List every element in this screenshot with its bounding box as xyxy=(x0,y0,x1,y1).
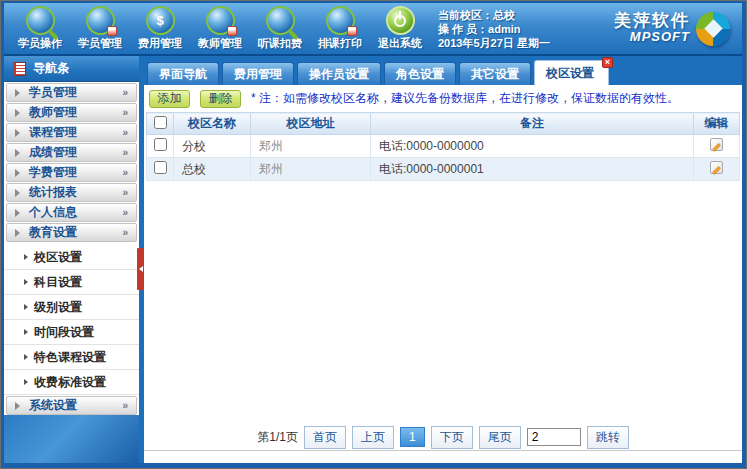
sidebar-item-label: 统计报表 xyxy=(29,184,122,201)
jump-button[interactable]: 跳转 xyxy=(587,426,629,449)
toolbar-item-exit[interactable]: 退出系统 xyxy=(370,6,430,51)
toolbar-label: 排课打印 xyxy=(310,36,370,51)
table-row: 总校 郑州 电话:0000-0000001 xyxy=(147,158,740,181)
calendar-badge-icon xyxy=(347,26,357,36)
table-header-row: 校区名称 校区地址 备注 编辑 xyxy=(147,113,740,135)
current-campus: 当前校区：总校 xyxy=(438,8,550,22)
page-info: 第1/1页 xyxy=(257,429,298,446)
tab-bar: 界面导航 费用管理 操作员设置 角色设置 其它设置 校区设置 × xyxy=(144,56,742,85)
prev-page-button[interactable]: 上页 xyxy=(352,426,394,449)
tab-operator-setting[interactable]: 操作员设置 xyxy=(297,62,381,85)
tab-content: 添加 删除 * 注：如需修改校区名称，建议先备份数据库，在进行修改，保证数据的有… xyxy=(144,85,742,463)
content-toolbar: 添加 删除 * 注：如需修改校区名称，建议先备份数据库，在进行修改，保证数据的有… xyxy=(144,85,742,112)
brand-orb-icon xyxy=(696,12,730,46)
arrow-right-icon xyxy=(24,329,28,335)
submenu-item-level[interactable]: 级别设置 xyxy=(4,295,139,320)
edit-icon[interactable] xyxy=(710,138,723,151)
sidebar-item-personal[interactable]: 个人信息 » xyxy=(6,203,137,222)
date: 2013年5月27日 星期一 xyxy=(438,36,550,50)
chevron-down-icon: » xyxy=(122,87,128,98)
toolbar-item-fee-manage[interactable]: $ 费用管理 xyxy=(130,6,190,51)
campus-table: 校区名称 校区地址 备注 编辑 分校 郑州 电话:0000-0000000 xyxy=(146,112,740,181)
current-page-button[interactable]: 1 xyxy=(400,427,425,447)
last-page-button[interactable]: 尾页 xyxy=(479,426,521,449)
submenu-label: 时间段设置 xyxy=(34,324,94,341)
sidebar-item-label: 课程管理 xyxy=(29,124,122,141)
submenu-item-fee-standard[interactable]: 收费标准设置 xyxy=(4,370,139,395)
brand-text: 美萍软件 MPSOFT xyxy=(614,13,690,45)
arrow-right-icon xyxy=(24,304,28,310)
schedule-print-icon xyxy=(326,6,355,35)
delete-button[interactable]: 删除 xyxy=(200,90,241,108)
tab-other-setting[interactable]: 其它设置 xyxy=(459,62,531,85)
first-page-button[interactable]: 首页 xyxy=(304,426,346,449)
sidebar-item-education-setting[interactable]: 教育设置 » xyxy=(6,223,137,242)
arrow-right-icon xyxy=(15,209,20,217)
chevron-down-icon: » xyxy=(122,187,128,198)
toolbar-item-schedule-print[interactable]: 排课打印 xyxy=(310,6,370,51)
col-header-name: 校区名称 xyxy=(174,113,251,135)
window-body: 导航条 学员管理 » 教师管理 » 课程管理 » 成绩管理 » xyxy=(4,56,742,463)
sidebar-item-label: 学费管理 xyxy=(29,164,122,181)
tab-campus-setting[interactable]: 校区设置 × xyxy=(534,60,609,85)
toolbar-item-listen-fee[interactable]: 听课扣费 xyxy=(250,6,310,51)
arrow-right-icon xyxy=(15,169,20,177)
cell-campus-name: 总校 xyxy=(174,158,251,181)
sidebar-collapse-handle[interactable] xyxy=(137,248,144,290)
sidebar-item-label: 成绩管理 xyxy=(29,144,122,161)
sidebar-item-label: 系统设置 xyxy=(29,397,122,414)
arrow-right-icon xyxy=(15,109,20,117)
chevron-down-icon: » xyxy=(122,227,128,238)
sidebar-item-course[interactable]: 课程管理 » xyxy=(6,123,137,142)
sidebar-filler xyxy=(4,415,139,463)
chevron-down-icon: » xyxy=(122,207,128,218)
submenu-label: 特色课程设置 xyxy=(34,349,106,366)
arrow-right-icon xyxy=(24,354,28,360)
sidebar-item-student[interactable]: 学员管理 » xyxy=(6,83,137,102)
app-window: 学员操作 学员管理 $ 费用管理 教师管理 听课扣费 排课打印 退出系统 当前校… xyxy=(0,0,747,469)
chevron-down-icon: » xyxy=(122,127,128,138)
toolbar-label: 费用管理 xyxy=(130,36,190,51)
sidebar-item-report[interactable]: 统计报表 » xyxy=(6,183,137,202)
power-icon xyxy=(386,6,415,35)
sidebar-item-score[interactable]: 成绩管理 » xyxy=(6,143,137,162)
submenu-label: 级别设置 xyxy=(34,299,82,316)
arrow-right-icon xyxy=(15,129,20,137)
tab-ui-nav[interactable]: 界面导航 xyxy=(147,62,219,85)
submenu-item-timeslot[interactable]: 时间段设置 xyxy=(4,320,139,345)
tab-role-setting[interactable]: 角色设置 xyxy=(384,62,456,85)
tab-fee-manage[interactable]: 费用管理 xyxy=(222,62,294,85)
submenu-label: 校区设置 xyxy=(34,249,82,266)
col-header-address: 校区地址 xyxy=(251,113,371,135)
toolbar-item-student-ops[interactable]: 学员操作 xyxy=(10,6,70,51)
cell-campus-remark: 电话:0000-0000000 xyxy=(371,135,694,158)
jump-page-input[interactable] xyxy=(527,428,581,446)
select-all-checkbox[interactable] xyxy=(154,116,167,129)
sidebar-item-teacher[interactable]: 教师管理 » xyxy=(6,103,137,122)
sidebar-item-tuition[interactable]: 学费管理 » xyxy=(6,163,137,182)
notice-text: * 注：如需修改校区名称，建议先备份数据库，在进行修改，保证数据的有效性。 xyxy=(251,90,679,107)
next-page-button[interactable]: 下页 xyxy=(431,426,473,449)
cell-campus-address: 郑州 xyxy=(251,158,371,181)
toolbar-item-student-manage[interactable]: 学员管理 xyxy=(70,6,130,51)
toolbar-label: 学员管理 xyxy=(70,36,130,51)
bottom-strip xyxy=(144,450,742,463)
submenu-item-subject[interactable]: 科目设置 xyxy=(4,270,139,295)
sidebar-item-label: 个人信息 xyxy=(29,204,122,221)
row-checkbox[interactable] xyxy=(154,161,167,174)
arrow-right-icon xyxy=(15,89,20,97)
submenu-item-special-course[interactable]: 特色课程设置 xyxy=(4,345,139,370)
col-header-remark: 备注 xyxy=(371,113,694,135)
sidebar-item-system-setting[interactable]: 系统设置 » xyxy=(6,396,137,415)
sidebar-item-label: 学员管理 xyxy=(29,84,122,101)
submenu-item-campus[interactable]: 校区设置 xyxy=(4,245,139,270)
person-badge-icon xyxy=(227,26,237,36)
chevron-down-icon: » xyxy=(122,107,128,118)
row-checkbox[interactable] xyxy=(154,138,167,151)
edit-icon[interactable] xyxy=(710,161,723,174)
main-area: 界面导航 费用管理 操作员设置 角色设置 其它设置 校区设置 × 添加 删除 *… xyxy=(144,56,742,463)
toolbar-item-teacher-manage[interactable]: 教师管理 xyxy=(190,6,250,51)
add-button[interactable]: 添加 xyxy=(149,90,190,108)
cell-campus-remark: 电话:0000-0000001 xyxy=(371,158,694,181)
close-icon[interactable]: × xyxy=(602,57,613,68)
